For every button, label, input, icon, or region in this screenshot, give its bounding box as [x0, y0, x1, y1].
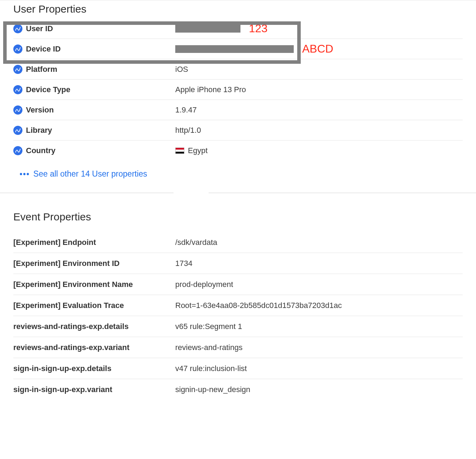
property-label: Device ID	[26, 44, 61, 54]
table-row: Device Type Apple iPhone 13 Pro	[13, 80, 463, 100]
property-label: User ID	[26, 24, 53, 33]
table-row: [Experiment] Evaluation Trace Root=1-63e…	[13, 295, 463, 316]
table-row: [Experiment] Environment Name prod-deplo…	[13, 274, 463, 295]
property-label: Version	[26, 105, 54, 115]
annotation-text: ABCD	[302, 42, 333, 55]
property-label: reviews-and-ratings-exp.variant	[13, 343, 129, 352]
table-row: Platform iOS	[13, 59, 463, 80]
property-label: Platform	[26, 65, 57, 74]
property-value: 1734	[175, 259, 463, 268]
table-row: Library http/1.0	[13, 120, 463, 141]
annotation-text: 123	[249, 22, 267, 35]
property-label: Country	[26, 146, 55, 155]
table-row: [Experiment] Endpoint /sdk/vardata	[13, 232, 463, 253]
property-value: v65 rule:Segment 1	[175, 322, 463, 331]
see-all-properties-link[interactable]: See all other 14 User properties	[33, 169, 147, 179]
property-value: Root=1-63e4aa08-2b585dc01d1573ba7203d1ac	[175, 301, 463, 310]
table-row: reviews-and-ratings-exp.variant reviews-…	[13, 337, 463, 358]
property-value: signin-up-new_design	[175, 385, 463, 394]
amplitude-icon	[13, 85, 22, 94]
user-properties-title: User Properties	[13, 0, 463, 19]
property-value: Egypt	[188, 146, 208, 155]
property-value: 1.9.47	[175, 105, 463, 115]
table-row: sign-in-sign-up-exp.variant signin-up-ne…	[13, 379, 463, 400]
property-label: [Experiment] Endpoint	[13, 238, 96, 247]
property-value: prod-deployment	[175, 280, 463, 289]
amplitude-icon	[13, 105, 22, 115]
redacted-value	[175, 45, 294, 53]
amplitude-icon	[13, 44, 22, 54]
property-label: [Experiment] Environment ID	[13, 259, 120, 268]
table-row: Country Egypt	[13, 141, 463, 161]
table-row: sign-in-sign-up-exp.details v47 rule:inc…	[13, 358, 463, 379]
property-value: Apple iPhone 13 Pro	[175, 85, 463, 94]
property-label: Device Type	[26, 85, 70, 94]
table-row: Device ID ABCD	[13, 39, 463, 59]
property-label: sign-in-sign-up-exp.variant	[13, 385, 112, 394]
property-value: reviews-and-ratings	[175, 343, 463, 352]
ellipsis-icon: •••	[20, 170, 30, 179]
event-properties-section: Event Properties [Experiment] Endpoint /…	[0, 205, 476, 400]
amplitude-icon	[13, 146, 22, 155]
property-value: v47 rule:inclusion-list	[175, 364, 463, 373]
section-divider	[0, 193, 476, 205]
flag-egypt-icon	[175, 148, 184, 154]
user-properties-section: User Properties User ID 123 Device ID	[0, 0, 476, 191]
amplitude-icon	[13, 65, 22, 74]
table-row: User ID 123	[13, 19, 463, 39]
amplitude-icon	[13, 126, 22, 135]
property-value: iOS	[175, 65, 463, 74]
property-label: reviews-and-ratings-exp.details	[13, 322, 129, 331]
property-value: /sdk/vardata	[175, 238, 463, 247]
property-label: [Experiment] Environment Name	[13, 280, 133, 289]
table-row: Version 1.9.47	[13, 100, 463, 120]
table-row: reviews-and-ratings-exp.details v65 rule…	[13, 316, 463, 337]
property-label: sign-in-sign-up-exp.details	[13, 364, 111, 373]
property-label: Library	[26, 126, 52, 135]
amplitude-icon	[13, 24, 22, 33]
property-label: [Experiment] Evaluation Trace	[13, 301, 124, 310]
property-value: http/1.0	[175, 126, 463, 135]
event-properties-title: Event Properties	[13, 205, 463, 232]
redacted-value	[175, 25, 240, 33]
table-row: [Experiment] Environment ID 1734	[13, 253, 463, 274]
